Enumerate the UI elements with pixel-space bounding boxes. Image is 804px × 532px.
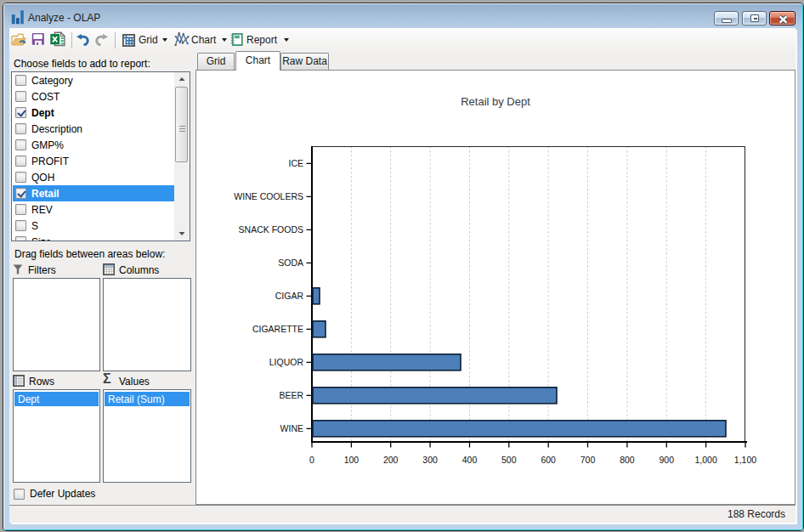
svg-text:1,000: 1,000 [694,455,716,465]
svg-text:WINE COOLERS: WINE COOLERS [234,191,303,201]
svg-text:CIGAR: CIGAR [275,291,304,301]
svg-text:CIGARETTE: CIGARETTE [252,324,303,334]
svg-text:200: 200 [383,455,399,465]
svg-text:SODA: SODA [278,258,303,268]
svg-text:1,100: 1,100 [734,455,756,465]
svg-text:400: 400 [462,455,478,465]
svg-text:WINE: WINE [280,423,303,433]
svg-text:700: 700 [580,455,596,465]
svg-text:900: 900 [660,455,675,465]
svg-text:800: 800 [620,455,635,465]
svg-text:300: 300 [422,455,438,465]
svg-text:500: 500 [501,455,517,465]
svg-text:LIQUOR: LIQUOR [269,357,304,367]
svg-text:100: 100 [344,455,360,465]
svg-text:ICE: ICE [288,158,303,168]
svg-text:BEER: BEER [279,390,303,400]
svg-text:600: 600 [541,455,556,465]
svg-text:SNACK FOODS: SNACK FOODS [239,224,303,235]
svg-text:0: 0 [309,455,314,465]
